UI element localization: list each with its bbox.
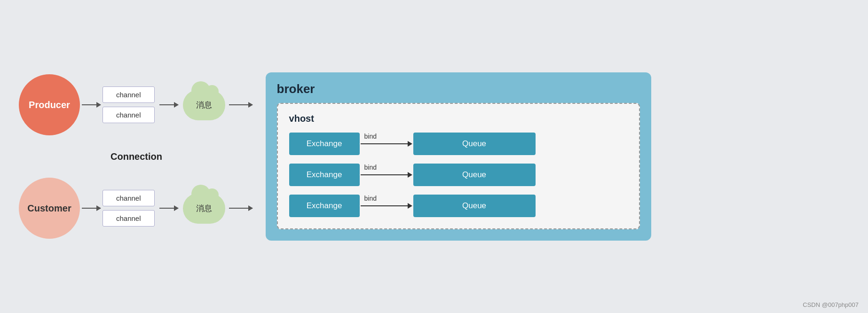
broker-title: broker [277, 82, 640, 96]
producer-circle: Producer [19, 74, 80, 135]
eq-row-1: Exchange bind Queue [289, 133, 628, 155]
customer-to-channels-arrow [82, 208, 101, 209]
arrowhead [96, 205, 101, 211]
exchange-queue-rows: Exchange bind Queue Exchange [289, 133, 628, 217]
customer-label: Customer [27, 203, 71, 214]
customer-channels: channel channel [103, 190, 155, 227]
arrowhead [96, 102, 101, 108]
customer-circle: Customer [19, 178, 80, 239]
arrowhead [248, 205, 253, 211]
eq-row-2: Exchange bind Queue [289, 164, 628, 186]
arrowhead [174, 102, 179, 108]
vhost-box: vhost Exchange bind Queue [277, 103, 640, 229]
producer-cloud: 消息 [183, 90, 225, 120]
connection-label: Connection [110, 151, 162, 162]
producer-to-channels-arrow [82, 104, 101, 105]
channels-to-cloud-arrow-top [159, 104, 178, 105]
customer-message-label: 消息 [196, 203, 212, 214]
customer-cloud: 消息 [183, 193, 225, 224]
bind-arrow-3: bind [361, 203, 412, 209]
producer-channel-1: channel [103, 86, 155, 103]
bind-arrow-2: bind [361, 172, 412, 178]
exchange-box-2: Exchange [289, 164, 360, 186]
customer-channel-1: channel [103, 190, 155, 206]
producer-channel-2: channel [103, 107, 155, 123]
diagram-container: Producer channel channel 消息 [0, 0, 868, 313]
exchange-box-3: Exchange [289, 195, 360, 217]
bind-label-2: bind [364, 164, 377, 171]
queue-box-1: Queue [413, 133, 536, 155]
arrowhead [248, 102, 253, 108]
bind-label-1: bind [364, 133, 377, 140]
vhost-title: vhost [289, 113, 628, 124]
queue-box-3: Queue [413, 195, 536, 217]
producer-message-label: 消息 [196, 100, 212, 110]
bind-label-3: bind [364, 195, 377, 202]
exchange-box-1: Exchange [289, 133, 360, 155]
producer-channels: channel channel [103, 86, 155, 123]
customer-channel-2: channel [103, 210, 155, 227]
cloud-to-broker-arrow-top [229, 104, 253, 105]
cloud-to-broker-arrow-bottom [229, 208, 253, 209]
broker-box: broker vhost Exchange bind [266, 72, 651, 241]
eq-row-3: Exchange bind Queue [289, 195, 628, 217]
bind-arrow-1: bind [361, 141, 412, 147]
watermark: CSDN @007php007 [803, 301, 859, 308]
queue-box-2: Queue [413, 164, 536, 186]
arrowhead [174, 205, 179, 211]
producer-label: Producer [29, 100, 70, 110]
channels-to-cloud-arrow-bottom [159, 208, 178, 209]
